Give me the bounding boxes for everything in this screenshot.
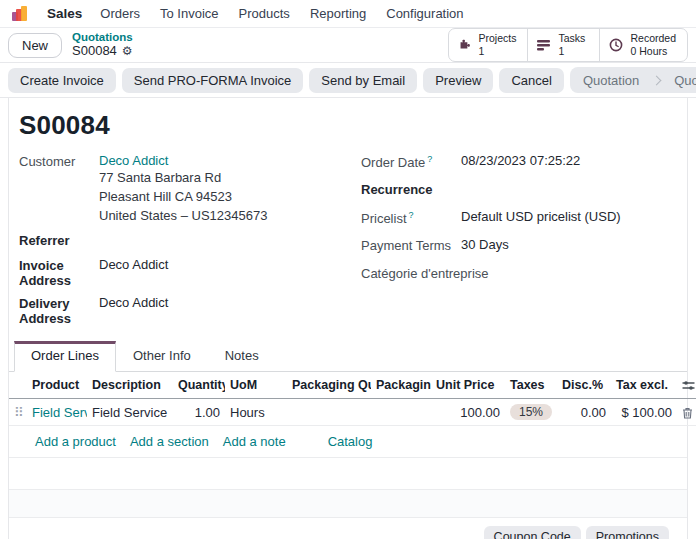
add-a-product-link[interactable]: Add a product — [35, 434, 116, 449]
invoice-address-label: Invoice Address — [19, 257, 99, 288]
optional-columns-icon[interactable] — [677, 372, 696, 399]
promo-buttons: Coupon Code Promotions — [499, 526, 669, 539]
tab-other-info[interactable]: Other Info — [116, 341, 208, 371]
action-bar: Create Invoice Send PRO-FORMA Invoice Se… — [0, 62, 696, 98]
create-invoice-button[interactable]: Create Invoice — [8, 68, 116, 93]
col-description[interactable]: Description — [87, 372, 173, 399]
tasks-stat-value: 1 — [558, 45, 585, 58]
table-header-row: Product Description Quantity UoM Packagi… — [9, 372, 696, 399]
puzzle-icon — [458, 38, 472, 52]
projects-stat-label: Projects — [479, 32, 517, 45]
col-disc[interactable]: Disc.% — [557, 372, 611, 399]
col-uom[interactable]: UoM — [225, 372, 287, 399]
projects-stat-button[interactable]: Projects 1 — [449, 29, 528, 61]
add-a-section-link[interactable]: Add a section — [130, 434, 209, 449]
control-panel: New Quotations S00084 ⚙ Projects 1 Tasks… — [0, 28, 696, 62]
gear-icon[interactable]: ⚙ — [122, 45, 133, 59]
tasks-icon — [537, 39, 551, 51]
payment-terms-field[interactable]: 30 Days — [461, 237, 509, 255]
customer-address-line: Pleasant Hill CA 94523 — [99, 187, 267, 206]
delivery-address-field[interactable]: Deco Addict — [99, 295, 168, 326]
tax-badge: 15% — [510, 404, 552, 420]
line-disc: 0.00 — [557, 399, 611, 426]
send-by-email-button[interactable]: Send by Email — [309, 68, 417, 93]
pricelist-label: Pricelist? — [361, 209, 461, 227]
sheet-footer: Terms & Conditions: https://49839273-saa… — [19, 518, 677, 539]
payment-terms-label: Payment Terms — [361, 237, 461, 255]
breadcrumb: Quotations S00084 ⚙ — [72, 31, 133, 59]
col-tax-excl[interactable]: Tax excl. — [611, 372, 677, 399]
main-menu: Orders To Invoice Products Reporting Con… — [100, 6, 463, 21]
help-icon: ? — [409, 210, 414, 220]
status-pipeline: Quotation Quotation Sent Sales Order — [570, 67, 696, 93]
tab-bar: Order Lines Other Info Notes — [9, 341, 687, 372]
form-sheet: S00084 Customer Deco Addict 77 Santa Bar… — [8, 98, 688, 539]
order-date-label: Order Date? — [361, 153, 461, 171]
customer-address-line: United States – US12345673 — [99, 206, 267, 225]
line-uom: Hours — [225, 399, 287, 426]
field-grid: Customer Deco Addict 77 Santa Barbara Rd… — [19, 153, 677, 333]
col-taxes[interactable]: Taxes — [505, 372, 557, 399]
menu-orders[interactable]: Orders — [100, 6, 140, 21]
chevron-right-icon — [652, 75, 662, 85]
delivery-address-label: Delivery Address — [19, 295, 99, 326]
preview-button[interactable]: Preview — [423, 68, 493, 93]
menu-reporting[interactable]: Reporting — [310, 6, 366, 21]
notebook: Order Lines Other Info Notes Product Des… — [9, 341, 687, 518]
add-a-note-link[interactable]: Add a note — [223, 434, 286, 449]
catalog-link[interactable]: Catalog — [328, 434, 373, 449]
customer-label: Customer — [19, 153, 99, 225]
col-packaging[interactable]: Packaging — [371, 372, 431, 399]
line-description: Field Service — [87, 399, 173, 426]
coupon-code-button[interactable]: Coupon Code — [484, 526, 581, 539]
product-link[interactable]: Field Service — [32, 405, 87, 420]
clock-icon — [609, 38, 623, 52]
menu-to-invoice[interactable]: To Invoice — [160, 6, 219, 21]
cancel-button[interactable]: Cancel — [499, 68, 563, 93]
status-step-quotation[interactable]: Quotation — [570, 73, 652, 88]
pricelist-field[interactable]: Default USD pricelist (USD) — [461, 209, 621, 227]
send-proforma-button[interactable]: Send PRO-FORMA Invoice — [122, 68, 304, 93]
help-icon: ? — [427, 154, 432, 164]
company-category-label: Catégorie d'entreprise — [361, 265, 501, 283]
line-unit-price: 100.00 — [431, 399, 505, 426]
breadcrumb-current: S00084 — [72, 44, 117, 59]
record-title: S00084 — [19, 110, 677, 141]
empty-row — [9, 458, 687, 490]
col-packaging-qty[interactable]: Packaging Quant... — [287, 372, 371, 399]
menu-configuration[interactable]: Configuration — [386, 6, 463, 21]
promotions-button[interactable]: Promotions — [586, 526, 669, 539]
col-product[interactable]: Product — [27, 372, 87, 399]
recorded-stat-button[interactable]: Recorded 0 Hours — [599, 29, 687, 61]
app-name[interactable]: Sales — [47, 6, 82, 21]
line-footer-links: Add a product Add a section Add a note C… — [9, 426, 687, 458]
line-packaging-qty — [287, 399, 371, 426]
recurrence-label: Recurrence — [361, 181, 461, 199]
delete-line-icon[interactable] — [677, 399, 696, 426]
drag-handle-icon[interactable]: ⠿ — [9, 399, 27, 426]
odoo-window: Sales Orders To Invoice Products Reporti… — [0, 0, 696, 539]
tab-notes[interactable]: Notes — [208, 341, 276, 371]
line-tax-excl: $ 100.00 — [611, 399, 677, 426]
col-unit-price[interactable]: Unit Price — [431, 372, 505, 399]
status-step-quotation-sent[interactable]: Quotation Sent — [661, 73, 696, 88]
customer-address-line: 77 Santa Barbara Rd — [99, 168, 267, 187]
menu-products[interactable]: Products — [239, 6, 290, 21]
invoice-address-field[interactable]: Deco Addict — [99, 257, 168, 288]
sales-app-icon[interactable] — [12, 6, 29, 21]
projects-stat-value: 1 — [479, 45, 517, 58]
stat-button-group: Projects 1 Tasks 1 Recorded 0 Hours — [448, 28, 688, 62]
tab-order-lines[interactable]: Order Lines — [14, 341, 116, 372]
col-quantity[interactable]: Quantity — [173, 372, 225, 399]
empty-row — [9, 490, 687, 518]
line-packaging — [371, 399, 431, 426]
recorded-stat-value: 0 Hours — [630, 45, 676, 58]
tasks-stat-label: Tasks — [558, 32, 585, 45]
recorded-stat-label: Recorded — [630, 32, 676, 45]
customer-link[interactable]: Deco Addict — [99, 153, 168, 168]
order-date-field[interactable]: 08/23/2023 07:25:22 — [461, 153, 580, 171]
new-button[interactable]: New — [8, 33, 62, 58]
order-line-row[interactable]: ⠿ Field Service Field Service 1.00 Hours… — [9, 399, 696, 426]
referrer-label: Referrer — [19, 232, 99, 250]
tasks-stat-button[interactable]: Tasks 1 — [527, 29, 599, 61]
